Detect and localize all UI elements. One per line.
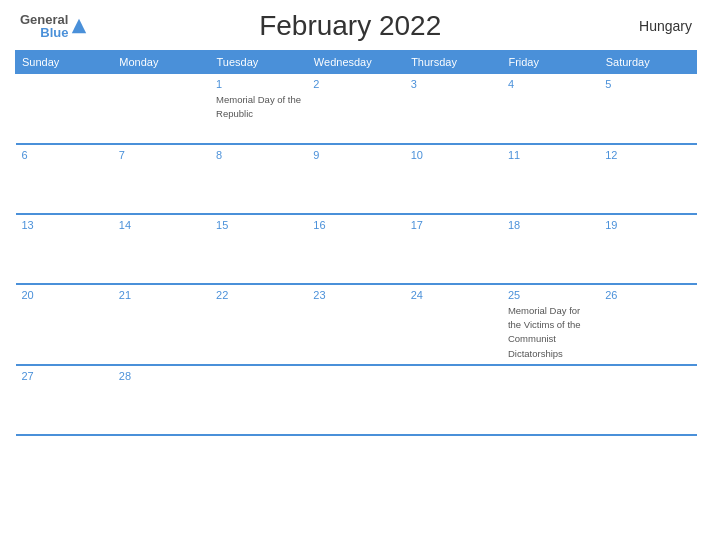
day-number: 15: [216, 219, 301, 231]
calendar-cell: 5: [599, 74, 696, 144]
calendar-cell: 26: [599, 284, 696, 365]
page-title: February 2022: [88, 10, 612, 42]
calendar-cell: [210, 365, 307, 435]
svg-marker-0: [72, 19, 86, 33]
header-tuesday: Tuesday: [210, 51, 307, 74]
day-number: 22: [216, 289, 301, 301]
calendar-cell: 12: [599, 144, 696, 214]
day-number: 9: [313, 149, 398, 161]
day-number: 8: [216, 149, 301, 161]
calendar-cell: 25Memorial Day for the Victims of the Co…: [502, 284, 599, 365]
weekday-header-row: Sunday Monday Tuesday Wednesday Thursday…: [16, 51, 697, 74]
day-number: 4: [508, 78, 593, 90]
event-text: Memorial Day for the Victims of the Comm…: [508, 305, 581, 359]
day-number: 21: [119, 289, 204, 301]
calendar-cell: 6: [16, 144, 113, 214]
calendar-week-row: 13141516171819: [16, 214, 697, 284]
header: General Blue February 2022 Hungary: [15, 10, 697, 42]
header-monday: Monday: [113, 51, 210, 74]
day-number: 24: [411, 289, 496, 301]
day-number: 26: [605, 289, 690, 301]
country-label: Hungary: [612, 18, 692, 34]
day-number: 1: [216, 78, 301, 90]
calendar-cell: 9: [307, 144, 404, 214]
day-number: 18: [508, 219, 593, 231]
calendar-cell: 1Memorial Day of the Republic: [210, 74, 307, 144]
day-number: 16: [313, 219, 398, 231]
logo-blue-text: Blue: [40, 26, 68, 39]
calendar-cell: 17: [405, 214, 502, 284]
day-number: 3: [411, 78, 496, 90]
day-number: 19: [605, 219, 690, 231]
day-number: 10: [411, 149, 496, 161]
calendar-table: Sunday Monday Tuesday Wednesday Thursday…: [15, 50, 697, 436]
calendar-cell: 7: [113, 144, 210, 214]
header-wednesday: Wednesday: [307, 51, 404, 74]
calendar-cell: 27: [16, 365, 113, 435]
calendar-cell: 28: [113, 365, 210, 435]
header-saturday: Saturday: [599, 51, 696, 74]
day-number: 17: [411, 219, 496, 231]
day-number: 5: [605, 78, 690, 90]
calendar-week-row: 6789101112: [16, 144, 697, 214]
calendar-cell: 3: [405, 74, 502, 144]
calendar-cell: 21: [113, 284, 210, 365]
day-number: 6: [22, 149, 107, 161]
calendar-cell: 8: [210, 144, 307, 214]
calendar-cell: 23: [307, 284, 404, 365]
calendar-cell: 14: [113, 214, 210, 284]
logo-icon: [70, 17, 88, 35]
calendar-cell: [405, 365, 502, 435]
day-number: 27: [22, 370, 107, 382]
logo: General Blue: [20, 13, 88, 39]
day-number: 12: [605, 149, 690, 161]
calendar-cell: 11: [502, 144, 599, 214]
calendar-week-row: 1Memorial Day of the Republic2345: [16, 74, 697, 144]
calendar-cell: 22: [210, 284, 307, 365]
header-friday: Friday: [502, 51, 599, 74]
calendar-week-row: 2728: [16, 365, 697, 435]
day-number: 14: [119, 219, 204, 231]
calendar-cell: 24: [405, 284, 502, 365]
day-number: 20: [22, 289, 107, 301]
day-number: 7: [119, 149, 204, 161]
calendar-cell: [16, 74, 113, 144]
event-text: Memorial Day of the Republic: [216, 94, 301, 119]
day-number: 25: [508, 289, 593, 301]
calendar-cell: 13: [16, 214, 113, 284]
calendar-cell: 19: [599, 214, 696, 284]
calendar-cell: 2: [307, 74, 404, 144]
header-sunday: Sunday: [16, 51, 113, 74]
calendar-cell: [307, 365, 404, 435]
day-number: 13: [22, 219, 107, 231]
calendar-cell: 18: [502, 214, 599, 284]
calendar-cell: [113, 74, 210, 144]
calendar-cell: 10: [405, 144, 502, 214]
calendar-week-row: 202122232425Memorial Day for the Victims…: [16, 284, 697, 365]
calendar-cell: 16: [307, 214, 404, 284]
calendar-cell: [599, 365, 696, 435]
calendar-cell: 15: [210, 214, 307, 284]
calendar-page: General Blue February 2022 Hungary Sunda…: [0, 0, 712, 550]
calendar-cell: 4: [502, 74, 599, 144]
calendar-cell: [502, 365, 599, 435]
day-number: 2: [313, 78, 398, 90]
day-number: 28: [119, 370, 204, 382]
day-number: 11: [508, 149, 593, 161]
calendar-cell: 20: [16, 284, 113, 365]
day-number: 23: [313, 289, 398, 301]
header-thursday: Thursday: [405, 51, 502, 74]
